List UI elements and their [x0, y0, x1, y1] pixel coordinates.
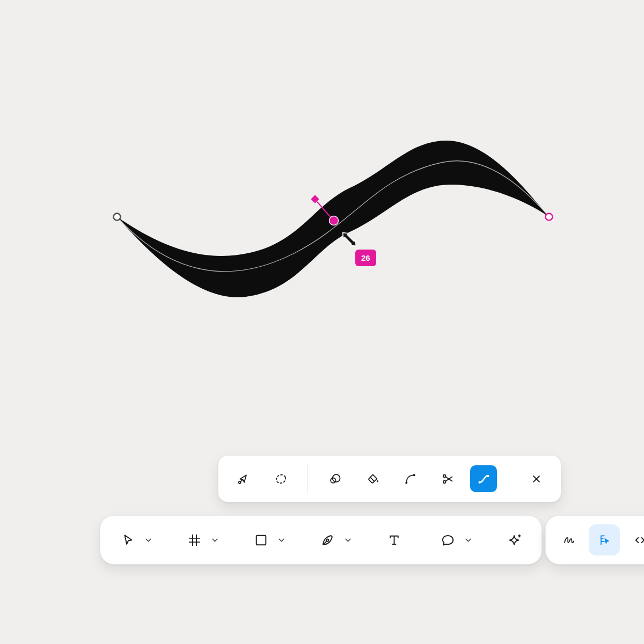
pen-tool-button[interactable] [315, 528, 340, 552]
comment-tool-group [435, 528, 473, 552]
draw-ruler-icon [597, 533, 612, 547]
side-toolbar [545, 515, 644, 565]
paint-regions-tool-button[interactable] [320, 464, 350, 494]
draw-ruler-tool-button[interactable] [589, 524, 620, 555]
code-tool-button[interactable] [627, 528, 644, 552]
width-tool-tool-button[interactable] [470, 465, 497, 492]
sparkle-plus-tool-button[interactable] [502, 528, 526, 552]
scribble-icon [562, 533, 576, 547]
move-cursor-icon [120, 532, 136, 548]
vector-select-icon [236, 472, 251, 486]
lasso-icon [274, 472, 288, 486]
scissors-icon [441, 472, 455, 486]
scissors-tool-button[interactable] [433, 464, 463, 494]
pen-tool-group [315, 528, 353, 552]
pen-icon [320, 532, 335, 548]
vector-edit-toolbar [218, 455, 561, 502]
sparkle-plus-icon [507, 532, 522, 548]
rectangle-tool-group [248, 528, 286, 552]
bend-arc-icon [403, 472, 418, 486]
frame-icon [187, 532, 202, 548]
move-cursor-tool-button[interactable] [115, 528, 140, 552]
chevron-down-icon[interactable] [276, 533, 286, 546]
rectangle-icon [253, 532, 269, 548]
lasso-tool-button[interactable] [266, 464, 296, 494]
toolbar-divider [509, 463, 509, 494]
width-control-point[interactable] [330, 216, 339, 225]
toolbar-divider [308, 463, 308, 494]
chevron-down-icon[interactable] [343, 533, 353, 546]
comment-tool-button[interactable] [435, 528, 460, 552]
close-tool-button[interactable] [521, 464, 551, 494]
comment-icon [440, 532, 456, 548]
paint-bucket-icon [365, 472, 380, 486]
paint-bucket-tool-button[interactable] [357, 464, 387, 494]
anchor-point-left[interactable] [114, 214, 121, 221]
chevron-down-icon[interactable] [463, 533, 473, 546]
paint-regions-icon [328, 472, 342, 486]
text-icon [386, 532, 402, 548]
main-toolbar [100, 515, 542, 565]
sparkle-plus-tool-group [502, 528, 526, 552]
chevron-down-icon[interactable] [210, 533, 219, 546]
rectangle-tool-button[interactable] [248, 528, 273, 552]
scribble-tool-button[interactable] [557, 528, 581, 552]
frame-tool-button[interactable] [182, 528, 207, 552]
code-icon [633, 533, 644, 547]
width-tool-icon [477, 472, 491, 486]
close-icon [529, 472, 544, 486]
anchor-point-right[interactable] [546, 214, 553, 221]
width-value-badge: 26 [355, 250, 376, 266]
text-tool-button[interactable] [382, 528, 406, 552]
text-tool-group [382, 528, 406, 552]
bend-arc-tool-button[interactable] [395, 464, 425, 494]
move-cursor-tool-group [115, 528, 153, 552]
chevron-down-icon[interactable] [143, 533, 153, 546]
vector-select-tool-button[interactable] [228, 464, 258, 494]
frame-tool-group [182, 528, 219, 552]
resize-cursor-icon [340, 230, 359, 249]
